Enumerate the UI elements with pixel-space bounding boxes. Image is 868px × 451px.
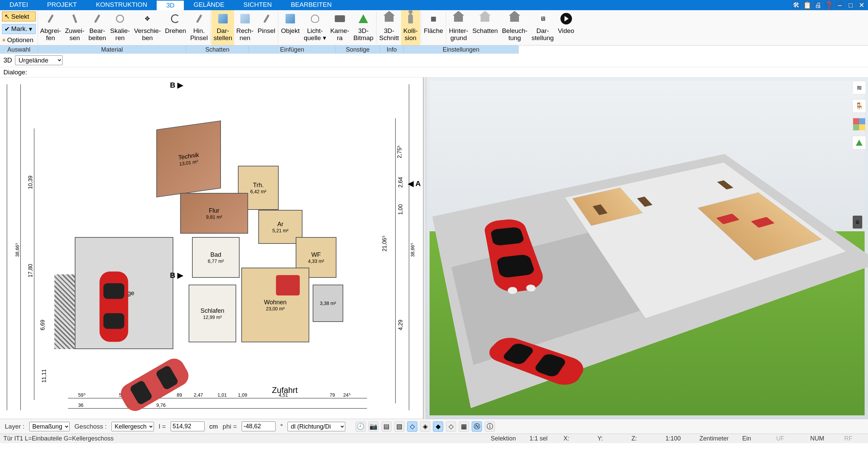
minimize-icon[interactable]: – — [835, 1, 844, 10]
bitmap3d-button[interactable]: 3D-Bitmap — [351, 10, 376, 45]
room-wohnen[interactable]: Wohnen23,00 m² — [241, 268, 309, 342]
tab-sichten[interactable]: SICHTEN — [234, 0, 281, 10]
tab-projekt[interactable]: PROJEKT — [38, 0, 87, 10]
dim-left-2: 17,80 — [28, 264, 34, 277]
dim-bot-3: 2,47 — [194, 392, 203, 398]
bearbeiten-button[interactable]: Bear-beiten — [86, 10, 108, 45]
hintergrund-button[interactable]: Hinter-grund — [447, 10, 470, 45]
tools-icon[interactable]: 🛠 — [792, 1, 801, 10]
camera-icon[interactable]: 📷 — [368, 421, 379, 432]
dim-left-3: 6,69 — [40, 320, 46, 330]
kamera-button[interactable]: Kame-ra — [328, 10, 351, 45]
dim-bot-9: 36 — [78, 402, 84, 408]
layers2-icon[interactable]: ▤ — [381, 421, 392, 432]
lichtquelle-button[interactable]: Licht-quelle ▾ — [302, 10, 328, 45]
snap4-icon[interactable]: ◇ — [446, 421, 456, 432]
zuweisen-button[interactable]: Zuwei-sen — [63, 10, 86, 45]
geschoss-label: Geschoss : — [74, 423, 107, 430]
tab-bearbeiten[interactable]: BEARBEITEN — [281, 0, 341, 10]
dim-bot-0: 59⁵ — [78, 392, 86, 398]
main-view: 10,39 17,80 6,69 11,11 38,66⁵ 2,75⁵ 2,64… — [0, 77, 868, 419]
mark-button[interactable]: ✔ Mark. ▾ — [2, 24, 36, 34]
dim-right-5: 4,29 — [397, 320, 403, 330]
beleuchtung-button[interactable]: Beleuch-tung — [500, 10, 530, 45]
view-select[interactable]: Urgelände — [15, 55, 63, 65]
status-left-text: Tür IT1 L=Einbauteile G=Kellergeschoss — [3, 435, 114, 442]
video-button[interactable]: Video — [556, 10, 576, 45]
layer-select[interactable]: Bemaßung — [29, 422, 70, 431]
darstellen-button[interactable]: Dar-stellen — [211, 10, 234, 45]
north-icon[interactable]: Ⓝ — [472, 421, 482, 432]
floorplan-pane[interactable]: 10,39 17,80 6,69 11,11 38,66⁵ 2,75⁵ 2,64… — [0, 77, 423, 419]
tab-gelaende[interactable]: GELÄNDE — [184, 0, 234, 10]
color-swatch-icon[interactable] — [852, 118, 866, 131]
3d-right-toolbar: ≋ 🪑 ≡ — [852, 81, 866, 229]
snap2-icon[interactable]: ◈ — [420, 421, 430, 432]
room-flur[interactable]: Flur9,81 m² — [180, 193, 248, 234]
tab-3d[interactable]: 3D — [157, 0, 184, 10]
status-z: Z: — [631, 435, 652, 442]
skalieren-button[interactable]: Skalie-ren — [108, 10, 132, 45]
verschieben-button[interactable]: ✥Verschie-ben — [132, 10, 163, 45]
expand-handle-icon[interactable]: ≡ — [852, 215, 863, 229]
grid-icon[interactable]: ▦ — [459, 421, 469, 432]
hinpinsel-button[interactable]: Hin.Pinsel — [188, 10, 210, 45]
status-rf: RF — [844, 435, 865, 442]
dl-select[interactable]: dl (Richtung/Di — [288, 422, 345, 431]
maximize-icon[interactable]: □ — [846, 1, 855, 10]
pinsel-button[interactable]: Pinsel — [256, 10, 277, 45]
3d-view-pane[interactable]: ≋ 🪑 ≡ — [426, 77, 868, 419]
group-einstellungen: Einstellungen — [404, 46, 519, 54]
palette-icon[interactable]: ▧ — [394, 421, 404, 432]
close-icon[interactable]: ✕ — [857, 1, 866, 10]
pane-splitter[interactable] — [423, 77, 426, 419]
clipboard-icon[interactable]: 📋 — [803, 1, 812, 10]
optionen-button[interactable]: + Optionen — [2, 36, 36, 44]
l-input[interactable] — [171, 421, 205, 431]
room-bad[interactable]: Bad6,77 m² — [192, 237, 240, 278]
selekt-button[interactable]: ↖ Selekt — [2, 12, 36, 21]
ribbon: ↖ Selekt ✔ Mark. ▾ + Optionen Abgrei-fen… — [0, 10, 868, 46]
flaeche-button[interactable]: ▦Fläche — [422, 10, 445, 45]
group-schatten: Schatten — [186, 46, 249, 54]
print-icon[interactable]: 🖨 — [814, 1, 822, 10]
view-mode-label: 3D — [3, 56, 12, 64]
group-einfuegen: Einfügen — [249, 46, 336, 54]
schatten-einst-button[interactable]: Schatten — [470, 10, 500, 45]
abgreifen-button[interactable]: Abgrei-fen — [38, 10, 63, 45]
objekt-button[interactable]: Objekt — [279, 10, 302, 45]
room-technik[interactable]: Technik13,01 m² — [156, 121, 221, 198]
phi-unit: ° — [280, 423, 283, 430]
chair-icon[interactable]: 🪑 — [852, 99, 866, 113]
svg-rect-11 — [483, 335, 588, 389]
status-bar: Tür IT1 L=Einbauteile G=Kellergeschoss S… — [0, 434, 868, 443]
clock-icon[interactable]: 🕘 — [355, 421, 366, 432]
svg-rect-1 — [103, 283, 124, 299]
layers-icon[interactable]: ≋ — [852, 81, 866, 94]
kollision-button[interactable]: Kolli-sion — [401, 10, 420, 45]
darstellung-button[interactable]: 🖥Dar-stellung — [530, 10, 556, 45]
info-icon[interactable]: ⓘ — [485, 421, 495, 432]
tab-konstruktion[interactable]: KONSTRUKTION — [86, 0, 157, 10]
phi-input[interactable] — [242, 421, 276, 431]
snap3-icon[interactable]: ◆ — [433, 421, 443, 432]
schnitt3d-button[interactable]: 3D-Schnitt — [377, 10, 401, 45]
help-icon[interactable]: ❓ — [824, 1, 833, 10]
dim-right-4: 21,06⁵ — [381, 236, 387, 251]
group-material: Material — [38, 46, 186, 54]
dim-right-2: 2,64 — [397, 177, 403, 187]
drehen-button[interactable]: Drehen — [163, 10, 188, 45]
tree-icon[interactable] — [852, 136, 866, 149]
group-info: Info — [380, 46, 404, 54]
group-sonstige: Sonstige — [336, 46, 380, 54]
status-ein: Ein — [742, 435, 763, 442]
tab-datei[interactable]: DATEI — [0, 0, 38, 10]
ribbon-selection-group: ↖ Selekt ✔ Mark. ▾ + Optionen — [0, 10, 38, 45]
room-schlafen[interactable]: Schlafen12,99 m² — [189, 285, 236, 342]
status-y: Y: — [597, 435, 618, 442]
geschoss-select[interactable]: Kellergesch — [111, 422, 154, 431]
dialog-bar: Dialoge: — [0, 67, 868, 77]
room-338[interactable]: 3,38 m² — [313, 285, 343, 322]
snap1-icon[interactable]: ◇ — [407, 421, 417, 432]
rechnen-button[interactable]: Rech-nen — [234, 10, 256, 45]
